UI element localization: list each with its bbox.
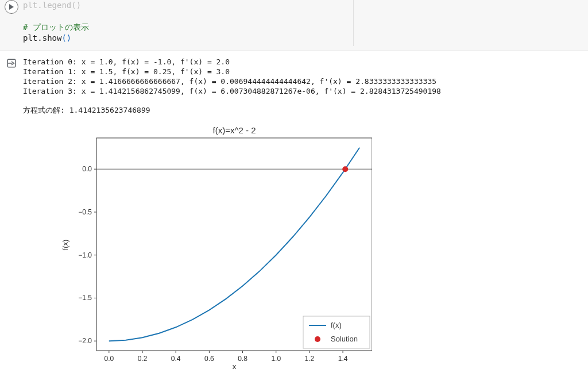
code-call: plt.show xyxy=(23,33,61,43)
run-cell-button[interactable] xyxy=(5,0,18,14)
svg-text:−0.5: −0.5 xyxy=(78,208,92,216)
svg-text:0.0: 0.0 xyxy=(82,165,92,173)
svg-text:0.2: 0.2 xyxy=(138,355,148,363)
svg-text:−1.5: −1.5 xyxy=(78,294,92,302)
svg-point-30 xyxy=(315,336,320,342)
chart-legend: f(x) Solution xyxy=(303,316,370,348)
code-cell[interactable]: plt.legend() # プロットの表示 plt.show() xyxy=(0,0,588,51)
legend-label-solution: Solution xyxy=(331,335,358,343)
code-parens: () xyxy=(61,33,71,43)
x-ticks: 0.00.20.40.60.81.01.21.4 xyxy=(104,351,347,363)
svg-text:0.6: 0.6 xyxy=(204,355,214,363)
legend-label-fx: f(x) xyxy=(331,321,342,329)
code-comment: # プロットの表示 xyxy=(23,22,89,32)
svg-text:1.2: 1.2 xyxy=(305,355,315,363)
code-line-dim: plt.legend() xyxy=(23,1,81,10)
code-editor[interactable]: plt.legend() # プロットの表示 plt.show() xyxy=(23,0,89,44)
series-point-solution xyxy=(342,166,348,172)
svg-text:0.4: 0.4 xyxy=(171,355,181,363)
stdout-text: Iteration 0: x = 1.0, f(x) = -1.0, f'(x)… xyxy=(23,57,441,115)
svg-text:0.8: 0.8 xyxy=(238,355,247,363)
svg-text:−2.0: −2.0 xyxy=(78,337,92,345)
svg-text:−1.0: −1.0 xyxy=(78,251,92,259)
y-axis-label: f(x) xyxy=(61,240,69,251)
svg-text:1.0: 1.0 xyxy=(271,355,281,363)
y-ticks: −2.0−1.5−1.0−0.50.0 xyxy=(78,165,96,345)
cell-divider xyxy=(353,0,354,46)
svg-text:0.0: 0.0 xyxy=(104,355,114,363)
svg-text:1.4: 1.4 xyxy=(338,355,348,363)
x-axis-label: x xyxy=(233,362,237,371)
series-line-fx xyxy=(109,148,359,341)
play-icon xyxy=(9,4,14,10)
solution-line: 方程式の解: 1.4142135623746899 xyxy=(23,105,441,115)
output-cell: Iteration 0: x = 1.0, f(x) = -1.0, f'(x)… xyxy=(0,51,588,371)
output-icon[interactable] xyxy=(6,58,17,68)
chart-title: f(x)=x^2 - 2 xyxy=(213,125,256,135)
matplotlib-figure: f(x)=x^2 - 2 0.00.20.40.60.81.01.21.4 −2… xyxy=(51,124,372,371)
